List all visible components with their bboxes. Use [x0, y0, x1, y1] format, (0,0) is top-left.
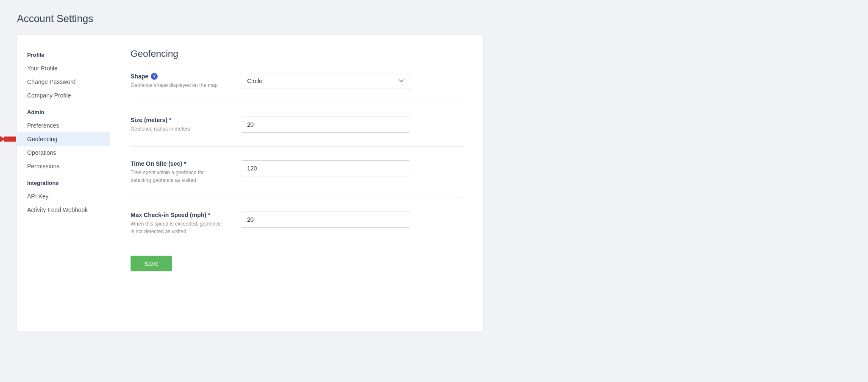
time-on-site-input[interactable] [241, 160, 410, 176]
shape-label: Shape ? [131, 73, 224, 80]
max-checkin-speed-label-col: Max Check-in Speed (mph) * When this spe… [131, 212, 224, 235]
divider-2 [131, 146, 463, 147]
sidebar-item-api-key[interactable]: API Key [17, 190, 110, 203]
divider-1 [131, 103, 463, 103]
shape-label-col: Shape ? Geofence shape displayed on the … [131, 73, 224, 89]
sidebar-section-admin-label: Admin [17, 102, 110, 119]
max-checkin-speed-input-col [241, 212, 463, 235]
time-on-site-label: Time On Site (sec) * [131, 160, 224, 167]
size-description: Geofence radius in meters [131, 125, 224, 133]
form-section-shape: Shape ? Geofence shape displayed on the … [131, 73, 463, 89]
sidebar-item-activity-feed-webhook[interactable]: Activity Feed Webhook [17, 203, 110, 217]
save-button[interactable]: Save [131, 256, 172, 271]
sidebar: Profile Your Profile Change Password Com… [17, 35, 110, 332]
sidebar-section-admin: Admin Preferences Geofencing Operations … [17, 102, 110, 173]
max-checkin-speed-label: Max Check-in Speed (mph) * [131, 212, 224, 218]
sidebar-item-preferences[interactable]: Preferences [17, 119, 110, 132]
sidebar-section-profile-label: Profile [17, 45, 110, 61]
sidebar-item-change-password[interactable]: Change Password [17, 75, 110, 89]
size-input[interactable] [241, 117, 410, 133]
sidebar-item-operations[interactable]: Operations [17, 146, 110, 159]
sidebar-section-integrations-label: Integrations [17, 173, 110, 190]
form-section-size: Size (meters) * Geofence radius in meter… [131, 117, 463, 133]
shape-description: Geofence shape displayed on the map [131, 81, 224, 89]
form-section-time-on-site: Time On Site (sec) * Time spent within a… [131, 160, 463, 184]
divider-3 [131, 198, 463, 198]
sidebar-item-permissions[interactable]: Permissions [17, 159, 110, 173]
page-title: Account Settings [17, 13, 851, 25]
time-on-site-description: Time spent within a geofence for detecti… [131, 169, 224, 184]
sidebar-section-profile: Profile Your Profile Change Password Com… [17, 45, 110, 102]
sidebar-section-integrations: Integrations API Key Activity Feed Webho… [17, 173, 110, 217]
shape-help-icon[interactable]: ? [151, 73, 158, 80]
size-label-col: Size (meters) * Geofence radius in meter… [131, 117, 224, 133]
max-checkin-speed-description: When this speed is exceeded, geofence is… [131, 220, 224, 235]
sidebar-item-your-profile[interactable]: Your Profile [17, 61, 110, 75]
main-content: Geofencing Shape ? Geofence shape displa… [110, 35, 483, 332]
shape-input-col: Circle Rectangle Polygon [241, 73, 463, 89]
sidebar-item-geofencing[interactable]: Geofencing [17, 132, 110, 146]
shape-select[interactable]: Circle Rectangle Polygon [241, 73, 410, 89]
time-on-site-input-col [241, 160, 463, 184]
size-label: Size (meters) * [131, 117, 224, 123]
sidebar-item-company-profile[interactable]: Company Profile [17, 89, 110, 102]
max-checkin-speed-input[interactable] [241, 212, 410, 228]
content-title: Geofencing [131, 48, 463, 59]
size-input-col [241, 117, 463, 133]
time-on-site-label-col: Time On Site (sec) * Time spent within a… [131, 160, 224, 184]
arrow-indicator [0, 131, 16, 147]
form-section-max-checkin-speed: Max Check-in Speed (mph) * When this spe… [131, 212, 463, 235]
save-row: Save [131, 249, 463, 271]
main-card: Profile Your Profile Change Password Com… [17, 35, 483, 332]
